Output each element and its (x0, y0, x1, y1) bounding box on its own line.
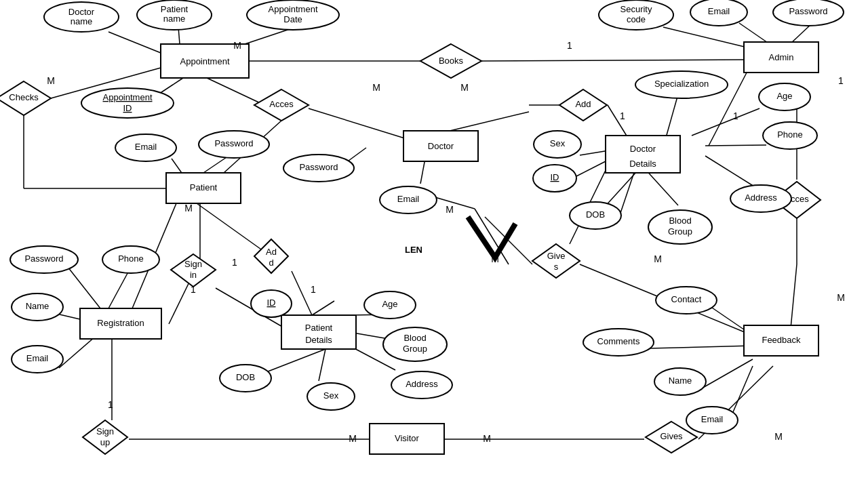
mult-1c: 1 (733, 110, 738, 121)
dob-patient-label: DOB (236, 372, 255, 382)
id-doctor-label: ID (551, 172, 559, 182)
add2-label2: d (269, 258, 273, 268)
svg-line-30 (580, 150, 609, 155)
svg-line-22 (709, 61, 753, 146)
checks-label: Checks (9, 92, 39, 102)
doctor-details-label1: Doctor (630, 144, 656, 154)
gives1-label2: s (554, 262, 559, 272)
mult-m1: M (47, 75, 55, 86)
email-patient-label: Email (135, 142, 157, 152)
svg-line-52 (319, 349, 326, 381)
age-patient-label: Age (382, 299, 397, 309)
email-doctor-label: Email (397, 194, 420, 204)
svg-line-39 (68, 267, 100, 308)
patient-name-label1: Patient (161, 4, 189, 14)
blood-group-patient-label2: Group (403, 344, 427, 354)
books-label: Books (439, 56, 464, 66)
svg-line-6 (739, 23, 770, 44)
mult-1a: 1 (567, 40, 572, 51)
password-patient-label: Password (214, 138, 253, 148)
patient-details-label1: Patient (305, 323, 333, 333)
dob-doctor-label: DOB (586, 209, 605, 220)
email-admin-label: Email (708, 6, 730, 16)
mult-m11: M (483, 433, 491, 444)
mult-1g: 1 (311, 284, 316, 295)
password-reg-label: Password (24, 253, 63, 264)
gives2-label: Gives (660, 431, 683, 441)
signin-label1: Sign (184, 259, 202, 269)
feedback-label: Feedback (762, 335, 801, 345)
svg-line-58 (648, 346, 753, 348)
sex-patient-label: Sex (323, 390, 339, 401)
mult-1b: 1 (620, 110, 625, 121)
svg-line-51 (264, 349, 326, 373)
patient-label: Patient (190, 182, 218, 192)
mult-1d: 1 (838, 75, 844, 86)
contact-feedback-label: Contact (671, 294, 702, 304)
doctor-details-label2: Details (629, 159, 656, 169)
er-diagram: Appointment Patient Doctor Doctor Detail… (0, 0, 868, 488)
mult-m8: M (654, 253, 662, 264)
watermark-text: LEN (405, 245, 422, 255)
mult-m12: M (774, 431, 783, 442)
phone-doctor-label: Phone (777, 129, 803, 140)
acces1-label: Acces (269, 99, 294, 109)
blood-group-doctor-label1: Blood (669, 216, 691, 226)
sex-doctor-label: Sex (550, 138, 566, 148)
mult-1f: 1 (191, 284, 196, 295)
phone-reg-label: Phone (118, 253, 144, 264)
appointment-date-label2: Date (283, 14, 302, 24)
doctor-name-label2: name (71, 16, 93, 26)
svg-line-62 (197, 203, 268, 254)
patient-details-label2: Details (305, 335, 332, 345)
add1-label: Add (575, 99, 591, 109)
email-feedback-label: Email (701, 414, 724, 424)
doctor-label: Doctor (428, 141, 454, 151)
security-code-label1: Security (620, 4, 652, 14)
mult-m9: M (837, 292, 845, 303)
id-patient-label: ID (267, 298, 276, 308)
svg-line-13 (309, 108, 407, 139)
comments-feedback-label: Comments (597, 336, 640, 346)
svg-line-31 (575, 161, 607, 177)
svg-line-63 (433, 197, 475, 209)
security-code-label2: code (627, 14, 646, 24)
appointment-id-label1: Appointment (103, 92, 153, 102)
svg-line-60 (731, 366, 753, 417)
doctor-name-label1: Doctor (68, 7, 95, 17)
mult-m10: M (349, 433, 357, 444)
age-doctor-label: Age (776, 91, 792, 101)
name-feedback-label: Name (669, 375, 692, 386)
signin-label2: in (190, 270, 197, 280)
mult-m5: M (184, 203, 193, 214)
mult-m4: M (460, 82, 469, 93)
appointment-date-label1: Appointment (269, 4, 318, 14)
svg-line-47 (312, 301, 334, 315)
address-patient-label: Address (406, 379, 438, 389)
mult-1e: 1 (232, 257, 237, 268)
svg-line-61 (292, 271, 312, 315)
blood-group-doctor-label2: Group (668, 226, 692, 237)
visitor-label: Visitor (395, 433, 420, 443)
mult-1h: 1 (108, 399, 113, 410)
mult-m3: M (372, 82, 380, 93)
password2-label: Password (299, 162, 338, 172)
patient-name-label2: name (163, 14, 186, 24)
add2-label1: Ad (266, 247, 277, 257)
svg-line-19 (444, 112, 529, 132)
gives1-label1: Give (547, 251, 566, 261)
name-reg-label: Name (26, 301, 50, 311)
email-reg-label: Email (26, 353, 49, 363)
address-doctor-label: Address (745, 192, 777, 203)
svg-line-26 (705, 156, 760, 190)
registration-label: Registration (97, 318, 144, 328)
svg-line-11 (207, 78, 264, 105)
signup-label2: up (100, 437, 110, 447)
password-admin-label: Password (789, 6, 827, 16)
svg-line-5 (663, 27, 753, 49)
mult-m6: M (446, 204, 454, 215)
svg-line-25 (705, 145, 766, 146)
specialization-label: Specialization (654, 79, 709, 89)
admin-label: Admin (769, 52, 794, 62)
svg-line-0 (108, 32, 161, 53)
